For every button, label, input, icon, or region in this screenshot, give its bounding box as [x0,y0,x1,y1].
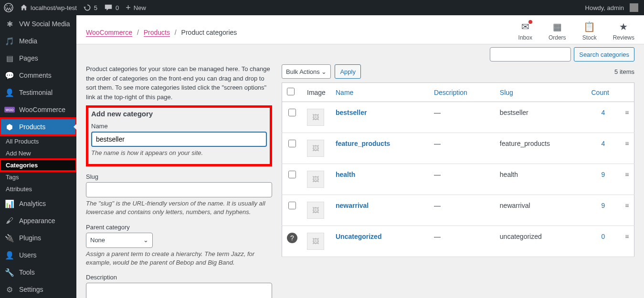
sidebar-item-users[interactable]: 👤Users [0,247,76,264]
updates-count: 5 [94,4,97,11]
woo-icon: woo [5,105,14,114]
sidebar-sub-all-products[interactable]: All Products [0,135,76,147]
sidebar-item-settings[interactable]: ⚙Settings [0,281,76,298]
table-row: 🖼bestseller—bestseller4≡ [282,102,634,133]
sidebar-item-media[interactable]: 🎵Media [0,32,76,50]
row-count-link[interactable]: 4 [602,140,605,147]
drag-handle-icon[interactable]: ≡ [625,202,629,209]
bulk-label: Bulk Actions [286,68,320,75]
media-icon: 🎵 [5,36,14,46]
header-bar: WooCommerce / Products / Product categor… [76,15,644,44]
name-help: The name is how it appears on your site. [91,149,267,157]
header-icon-label: Inbox [518,34,532,41]
row-count-link[interactable]: 9 [602,171,605,178]
row-name-link[interactable]: newarrival [336,202,369,209]
sidebar-item-label: Products [19,123,45,131]
sidebar-item-pages[interactable]: ▤Pages [0,50,76,67]
drag-handle-icon[interactable]: ≡ [625,109,629,116]
row-description: — [429,195,495,226]
item-count: 5 items [614,68,634,75]
sidebar-sub-attributes[interactable]: Attributes [0,183,76,195]
drag-handle-icon[interactable]: ≡ [625,140,629,147]
intro-text: Product categories for your store can be… [86,64,272,102]
updates-link[interactable]: 5 [84,4,97,11]
sidebar-item-analytics[interactable]: 📊Analytics [0,195,76,212]
row-checkbox[interactable] [288,109,296,116]
comment-icon: 💬 [5,71,14,80]
star-icon: ★ [619,21,628,32]
person-icon: 👤 [5,88,14,97]
name-input[interactable] [91,132,267,147]
comments-link[interactable]: 0 [104,3,119,12]
col-description[interactable]: Description [429,83,495,102]
search-categories-input[interactable] [490,47,571,62]
sidebar-item-tools[interactable]: 🔧Tools [0,264,76,281]
row-name-link[interactable]: health [336,171,355,178]
bulk-actions-select[interactable]: Bulk Actions ⌄ [282,64,331,79]
bc-products[interactable]: Products [144,29,170,37]
row-checkbox[interactable] [288,171,296,178]
parent-value: None [90,236,105,244]
sidebar-sub-add-new[interactable]: Add New [0,147,76,159]
col-count[interactable]: Count [587,83,620,102]
brush-icon: 🖌 [5,216,14,226]
row-name-link[interactable]: feature_products [336,140,390,147]
comments-count: 0 [116,4,119,11]
select-all-checkbox[interactable] [287,88,295,95]
sidebar-sub-tags[interactable]: Tags [0,171,76,183]
slug-input[interactable] [86,182,272,197]
row-slug: bestseller [495,102,587,133]
chevron-down-icon: ⌄ [143,236,148,244]
sidebar-item-label: Pages [19,54,38,62]
row-name-link[interactable]: bestseller [336,109,367,116]
apply-button[interactable]: Apply [335,64,361,79]
name-label: Name [91,123,267,130]
sidebar-item-vw-social-media[interactable]: ✱VW Social Media [0,15,76,32]
thumbnail-icon: 🖼 [307,140,324,157]
sidebar-item-appearance[interactable]: 🖌Appearance [0,212,76,229]
row-count-link[interactable]: 9 [602,202,605,209]
sidebar-item-label: Comments [19,72,52,79]
help-icon[interactable]: ? [287,233,297,243]
header-stock[interactable]: 📋Stock [582,21,597,41]
col-slug[interactable]: Slug [495,83,587,102]
sidebar-item-products[interactable]: ⬢Products [0,118,76,135]
sidebar-item-label: VW Social Media [19,20,70,28]
sidebar-item-plugins[interactable]: 🔌Plugins [0,229,76,247]
parent-select[interactable]: None ⌄ [86,233,153,248]
sidebar-sub-categories[interactable]: Categories [0,159,76,171]
sidebar-item-label: Settings [19,286,43,293]
header-reviews[interactable]: ★Reviews [613,21,634,41]
row-description: — [429,133,495,164]
drag-handle-icon[interactable]: ≡ [625,233,629,240]
wrench-icon: 🔧 [5,267,14,277]
row-name-link[interactable]: Uncategorized [336,233,381,240]
row-description: — [429,164,495,195]
sidebar-item-comments[interactable]: 💬Comments [0,67,76,84]
sidebar-item-testimonial[interactable]: 👤Testimonial [0,84,76,101]
drag-handle-icon[interactable]: ≡ [625,171,629,178]
header-icon-label: Stock [582,34,597,41]
wp-logo-icon[interactable] [4,3,13,12]
row-description: — [429,102,495,133]
form-title: Add new category [91,110,267,118]
header-inbox[interactable]: ✉Inbox [518,21,532,41]
thumbnail-icon: 🖼 [307,202,324,219]
thumbnail-icon: 🖼 [307,233,324,250]
col-name[interactable]: Name [331,83,429,102]
new-link[interactable]: + New [126,3,146,13]
row-slug: feature_products [495,133,587,164]
site-link[interactable]: localhost/wp-test [20,4,77,11]
row-count-link[interactable]: 0 [602,233,605,240]
header-orders[interactable]: ▦Orders [549,21,566,41]
row-checkbox[interactable] [288,202,296,209]
chevron-down-icon: ⌄ [321,68,327,75]
sidebar-item-woocommerce[interactable]: wooWooCommerce [0,101,76,118]
bc-woocommerce[interactable]: WooCommerce [86,29,132,37]
search-categories-button[interactable]: Search categories [574,47,634,62]
row-count-link[interactable]: 4 [602,109,605,116]
user-menu[interactable]: Howdy, admin [585,3,638,12]
admin-topbar: localhost/wp-test 5 0 + New Howdy, admin [0,0,644,15]
desc-input[interactable] [86,283,272,298]
row-checkbox[interactable] [288,140,296,147]
